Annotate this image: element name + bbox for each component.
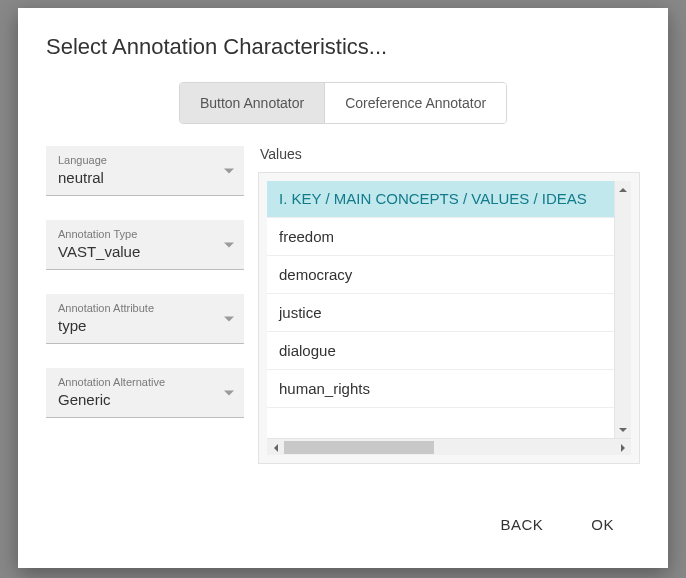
annotator-tab-group: Button Annotator Coreference Annotator bbox=[179, 82, 507, 124]
scroll-up-icon[interactable] bbox=[615, 181, 631, 198]
values-list-wrapper: I. KEY / MAIN CONCEPTS / VALUES / IDEASf… bbox=[259, 173, 639, 438]
right-column: Values I. KEY / MAIN CONCEPTS / VALUES /… bbox=[258, 146, 640, 464]
value-item[interactable]: justice bbox=[267, 294, 614, 332]
annotation-attribute-label: Annotation Attribute bbox=[58, 302, 234, 314]
dialog-title: Select Annotation Characteristics... bbox=[46, 34, 640, 60]
scroll-left-icon[interactable] bbox=[267, 439, 284, 456]
ok-button[interactable]: OK bbox=[583, 510, 622, 539]
value-item[interactable]: democracy bbox=[267, 256, 614, 294]
chevron-down-icon bbox=[224, 168, 234, 173]
value-item[interactable]: freedom bbox=[267, 218, 614, 256]
language-dropdown[interactable]: Language neutral bbox=[46, 146, 244, 196]
scroll-right-icon[interactable] bbox=[614, 439, 631, 456]
annotation-type-dropdown[interactable]: Annotation Type VAST_value bbox=[46, 220, 244, 270]
vertical-scrollbar[interactable] bbox=[614, 181, 631, 438]
chevron-down-icon bbox=[224, 242, 234, 247]
language-value: neutral bbox=[58, 169, 234, 186]
values-label: Values bbox=[258, 146, 640, 162]
values-list: I. KEY / MAIN CONCEPTS / VALUES / IDEASf… bbox=[267, 181, 614, 438]
annotation-alternative-value: Generic bbox=[58, 391, 234, 408]
left-column: Language neutral Annotation Type VAST_va… bbox=[46, 146, 244, 464]
content-row: Language neutral Annotation Type VAST_va… bbox=[46, 146, 640, 464]
value-item[interactable]: dialogue bbox=[267, 332, 614, 370]
tab-row: Button Annotator Coreference Annotator bbox=[46, 82, 640, 124]
annotation-attribute-value: type bbox=[58, 317, 234, 334]
scroll-down-icon[interactable] bbox=[615, 421, 631, 438]
horizontal-scrollbar[interactable] bbox=[267, 438, 631, 455]
chevron-down-icon bbox=[224, 316, 234, 321]
value-section-header[interactable]: I. KEY / MAIN CONCEPTS / VALUES / IDEAS bbox=[267, 181, 614, 218]
language-label: Language bbox=[58, 154, 234, 166]
scroll-thumb[interactable] bbox=[284, 441, 434, 454]
annotation-type-value: VAST_value bbox=[58, 243, 234, 260]
annotation-alternative-dropdown[interactable]: Annotation Alternative Generic bbox=[46, 368, 244, 418]
dialog-actions: BACK OK bbox=[46, 510, 640, 539]
tab-button-annotator[interactable]: Button Annotator bbox=[180, 83, 324, 123]
dialog: Select Annotation Characteristics... But… bbox=[18, 8, 668, 568]
values-box: I. KEY / MAIN CONCEPTS / VALUES / IDEASf… bbox=[258, 172, 640, 464]
annotation-alternative-label: Annotation Alternative bbox=[58, 376, 234, 388]
value-item[interactable]: human_rights bbox=[267, 370, 614, 408]
tab-coreference-annotator[interactable]: Coreference Annotator bbox=[324, 83, 506, 123]
back-button[interactable]: BACK bbox=[492, 510, 551, 539]
annotation-attribute-dropdown[interactable]: Annotation Attribute type bbox=[46, 294, 244, 344]
chevron-down-icon bbox=[224, 390, 234, 395]
annotation-type-label: Annotation Type bbox=[58, 228, 234, 240]
